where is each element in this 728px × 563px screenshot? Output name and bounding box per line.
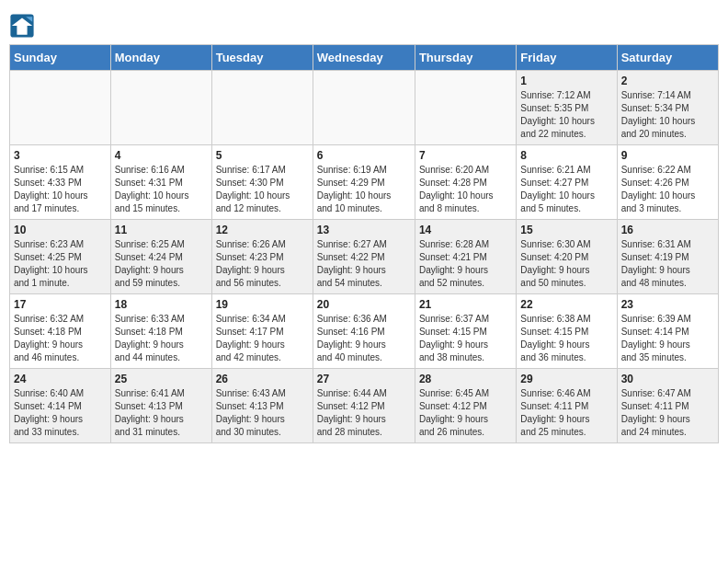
day-of-week-header: Saturday <box>617 45 718 71</box>
day-number: 11 <box>115 224 208 236</box>
day-info: Sunrise: 6:17 AMSunset: 4:30 PMDaylight:… <box>216 164 309 215</box>
day-info: Sunrise: 6:19 AMSunset: 4:29 PMDaylight:… <box>317 164 411 215</box>
calendar-day-cell: 16Sunrise: 6:31 AMSunset: 4:19 PMDayligh… <box>617 220 718 294</box>
day-number: 8 <box>520 149 612 162</box>
calendar-week-row: 24Sunrise: 6:40 AMSunset: 4:14 PMDayligh… <box>10 369 719 443</box>
calendar-day-cell: 30Sunrise: 6:47 AMSunset: 4:11 PMDayligh… <box>617 369 718 443</box>
calendar-day-cell: 6Sunrise: 6:19 AMSunset: 4:29 PMDaylight… <box>313 145 415 220</box>
day-number: 18 <box>115 298 208 311</box>
day-number: 28 <box>419 373 512 385</box>
day-of-week-header: Wednesday <box>313 45 415 71</box>
day-number: 27 <box>317 373 411 385</box>
day-number: 29 <box>520 373 612 385</box>
calendar-week-row: 1Sunrise: 7:12 AMSunset: 5:35 PMDaylight… <box>10 71 719 145</box>
day-number: 20 <box>317 298 411 311</box>
day-of-week-header: Sunday <box>10 45 111 71</box>
day-info: Sunrise: 6:21 AMSunset: 4:27 PMDaylight:… <box>520 164 612 215</box>
day-info: Sunrise: 6:20 AMSunset: 4:28 PMDaylight:… <box>419 164 512 215</box>
calendar-day-cell: 22Sunrise: 6:38 AMSunset: 4:15 PMDayligh… <box>517 294 617 369</box>
calendar-day-cell: 28Sunrise: 6:45 AMSunset: 4:12 PMDayligh… <box>415 369 516 443</box>
day-info: Sunrise: 6:30 AMSunset: 4:20 PMDaylight:… <box>520 238 612 290</box>
calendar-day-cell: 13Sunrise: 6:27 AMSunset: 4:22 PMDayligh… <box>313 220 415 294</box>
calendar-day-cell <box>110 71 211 145</box>
calendar-day-cell: 23Sunrise: 6:39 AMSunset: 4:14 PMDayligh… <box>617 294 718 369</box>
day-info: Sunrise: 6:37 AMSunset: 4:15 PMDaylight:… <box>419 313 512 364</box>
day-info: Sunrise: 6:47 AMSunset: 4:11 PMDaylight:… <box>621 387 714 439</box>
day-info: Sunrise: 6:46 AMSunset: 4:11 PMDaylight:… <box>520 387 612 439</box>
day-number: 25 <box>115 373 208 385</box>
day-info: Sunrise: 7:14 AMSunset: 5:34 PMDaylight:… <box>621 89 714 141</box>
day-number: 4 <box>115 149 208 162</box>
day-info: Sunrise: 6:38 AMSunset: 4:15 PMDaylight:… <box>520 313 612 364</box>
calendar-day-cell: 12Sunrise: 6:26 AMSunset: 4:23 PMDayligh… <box>211 220 313 294</box>
day-number: 2 <box>621 75 714 87</box>
calendar-day-cell: 27Sunrise: 6:44 AMSunset: 4:12 PMDayligh… <box>313 369 415 443</box>
day-number: 7 <box>419 149 512 162</box>
calendar-day-cell: 7Sunrise: 6:20 AMSunset: 4:28 PMDaylight… <box>415 145 516 220</box>
day-info: Sunrise: 6:44 AMSunset: 4:12 PMDaylight:… <box>317 387 411 439</box>
day-number: 30 <box>621 373 714 385</box>
calendar-day-cell: 15Sunrise: 6:30 AMSunset: 4:20 PMDayligh… <box>517 220 617 294</box>
day-info: Sunrise: 6:40 AMSunset: 4:14 PMDaylight:… <box>14 387 107 439</box>
day-number: 10 <box>14 224 107 236</box>
logo <box>9 9 39 39</box>
calendar-day-cell: 17Sunrise: 6:32 AMSunset: 4:18 PMDayligh… <box>10 294 111 369</box>
day-number: 9 <box>621 149 714 162</box>
day-number: 22 <box>520 298 612 311</box>
day-info: Sunrise: 6:31 AMSunset: 4:19 PMDaylight:… <box>621 238 714 290</box>
day-info: Sunrise: 6:23 AMSunset: 4:25 PMDaylight:… <box>14 238 107 290</box>
day-info: Sunrise: 6:25 AMSunset: 4:24 PMDaylight:… <box>115 238 208 290</box>
day-info: Sunrise: 6:34 AMSunset: 4:17 PMDaylight:… <box>216 313 309 364</box>
day-number: 15 <box>520 224 612 236</box>
day-info: Sunrise: 7:12 AMSunset: 5:35 PMDaylight:… <box>520 89 612 141</box>
calendar-day-cell: 26Sunrise: 6:43 AMSunset: 4:13 PMDayligh… <box>211 369 313 443</box>
calendar-week-row: 10Sunrise: 6:23 AMSunset: 4:25 PMDayligh… <box>10 220 719 294</box>
day-info: Sunrise: 6:16 AMSunset: 4:31 PMDaylight:… <box>115 164 208 215</box>
calendar-day-cell: 5Sunrise: 6:17 AMSunset: 4:30 PMDaylight… <box>211 145 313 220</box>
day-number: 12 <box>216 224 309 236</box>
calendar-day-cell: 20Sunrise: 6:36 AMSunset: 4:16 PMDayligh… <box>313 294 415 369</box>
calendar-day-cell: 24Sunrise: 6:40 AMSunset: 4:14 PMDayligh… <box>10 369 111 443</box>
day-of-week-header: Thursday <box>415 45 516 71</box>
day-of-week-header: Monday <box>110 45 211 71</box>
day-number: 3 <box>14 149 107 162</box>
calendar-day-cell: 4Sunrise: 6:16 AMSunset: 4:31 PMDaylight… <box>110 145 211 220</box>
calendar-day-cell: 14Sunrise: 6:28 AMSunset: 4:21 PMDayligh… <box>415 220 516 294</box>
calendar-day-cell: 25Sunrise: 6:41 AMSunset: 4:13 PMDayligh… <box>110 369 211 443</box>
day-info: Sunrise: 6:26 AMSunset: 4:23 PMDaylight:… <box>216 238 309 290</box>
calendar-header-row: SundayMondayTuesdayWednesdayThursdayFrid… <box>10 45 719 71</box>
day-number: 21 <box>419 298 512 311</box>
day-number: 13 <box>317 224 411 236</box>
day-info: Sunrise: 6:43 AMSunset: 4:13 PMDaylight:… <box>216 387 309 439</box>
day-number: 19 <box>216 298 309 311</box>
calendar-day-cell: 19Sunrise: 6:34 AMSunset: 4:17 PMDayligh… <box>211 294 313 369</box>
calendar-day-cell: 11Sunrise: 6:25 AMSunset: 4:24 PMDayligh… <box>110 220 211 294</box>
day-info: Sunrise: 6:41 AMSunset: 4:13 PMDaylight:… <box>115 387 208 439</box>
day-info: Sunrise: 6:36 AMSunset: 4:16 PMDaylight:… <box>317 313 411 364</box>
calendar-day-cell: 10Sunrise: 6:23 AMSunset: 4:25 PMDayligh… <box>10 220 111 294</box>
calendar-day-cell <box>313 71 415 145</box>
day-number: 1 <box>520 75 612 87</box>
calendar-week-row: 3Sunrise: 6:15 AMSunset: 4:33 PMDaylight… <box>10 145 719 220</box>
day-number: 5 <box>216 149 309 162</box>
day-number: 26 <box>216 373 309 385</box>
logo-icon <box>9 13 35 39</box>
day-info: Sunrise: 6:22 AMSunset: 4:26 PMDaylight:… <box>621 164 714 215</box>
calendar-day-cell: 3Sunrise: 6:15 AMSunset: 4:33 PMDaylight… <box>10 145 111 220</box>
calendar-day-cell <box>10 71 111 145</box>
day-number: 16 <box>621 224 714 236</box>
day-info: Sunrise: 6:45 AMSunset: 4:12 PMDaylight:… <box>419 387 512 439</box>
day-info: Sunrise: 6:15 AMSunset: 4:33 PMDaylight:… <box>14 164 107 215</box>
day-number: 23 <box>621 298 714 311</box>
day-of-week-header: Friday <box>517 45 617 71</box>
day-of-week-header: Tuesday <box>211 45 313 71</box>
day-info: Sunrise: 6:33 AMSunset: 4:18 PMDaylight:… <box>115 313 208 364</box>
day-number: 24 <box>14 373 107 385</box>
day-number: 6 <box>317 149 411 162</box>
calendar-day-cell: 18Sunrise: 6:33 AMSunset: 4:18 PMDayligh… <box>110 294 211 369</box>
calendar-day-cell: 9Sunrise: 6:22 AMSunset: 4:26 PMDaylight… <box>617 145 718 220</box>
calendar-week-row: 17Sunrise: 6:32 AMSunset: 4:18 PMDayligh… <box>10 294 719 369</box>
calendar-day-cell: 1Sunrise: 7:12 AMSunset: 5:35 PMDaylight… <box>517 71 617 145</box>
calendar-day-cell: 2Sunrise: 7:14 AMSunset: 5:34 PMDaylight… <box>617 71 718 145</box>
calendar-day-cell: 8Sunrise: 6:21 AMSunset: 4:27 PMDaylight… <box>517 145 617 220</box>
